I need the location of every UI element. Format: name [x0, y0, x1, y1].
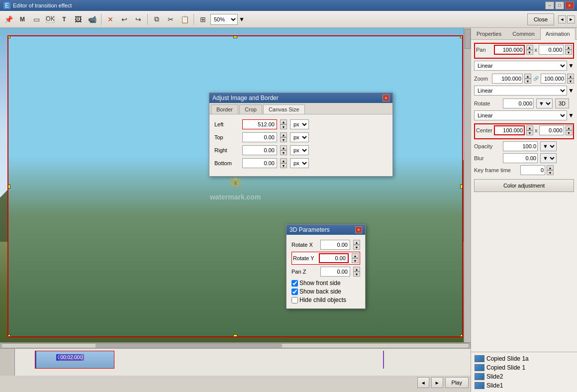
handle-bl[interactable] — [7, 334, 10, 337]
left-spin-down[interactable]: ▼ — [280, 124, 287, 129]
pan-y-spin[interactable]: ▲ ▼ — [565, 45, 572, 55]
mask-btn[interactable]: M — [16, 13, 29, 26]
ok-btn[interactable]: OK — [44, 13, 57, 26]
keyframe-down[interactable]: ▼ — [547, 170, 554, 175]
video-btn[interactable]: 📹 — [86, 13, 98, 26]
handle-bc[interactable] — [233, 334, 237, 337]
pan-linear-select[interactable]: Linear Ease In Ease Out — [474, 61, 567, 71]
pan-x-down[interactable]: ▼ — [526, 50, 533, 55]
slide-item-2[interactable]: Slide2 — [473, 372, 575, 381]
center-y-spin[interactable]: ▲ ▼ — [566, 125, 573, 135]
zoom-y-down[interactable]: ▼ — [567, 79, 574, 84]
zoom-x-down[interactable]: ▼ — [524, 79, 531, 84]
zoom-linear-select[interactable]: Linear — [474, 86, 567, 96]
right-input[interactable] — [242, 145, 277, 155]
hide-check-label[interactable]: Hide child objects — [291, 296, 360, 303]
rotate-linear-select[interactable]: Linear — [474, 110, 567, 120]
undo-btn[interactable]: ↩ — [118, 13, 131, 26]
tab-common[interactable]: Common — [507, 28, 540, 39]
timeline-scrollbar[interactable] — [0, 343, 471, 349]
right-spin[interactable]: ▲ ▼ — [280, 145, 287, 155]
text-btn[interactable]: T — [58, 13, 71, 26]
pan-z-down[interactable]: ▼ — [353, 272, 360, 277]
crop-tab[interactable]: Crop — [239, 104, 262, 114]
keyframe-up[interactable]: ▲ — [547, 165, 554, 170]
pan-z-up[interactable]: ▲ — [353, 267, 360, 272]
left-unit[interactable]: px% — [290, 119, 309, 129]
scrollbar-thumb-v[interactable] — [465, 29, 471, 49]
rect-btn[interactable]: ▭ — [30, 13, 43, 26]
scroll-track[interactable] — [1, 343, 469, 348]
center-y-input[interactable] — [539, 125, 564, 135]
canvas-size-tab[interactable]: Canvas Size — [263, 104, 305, 114]
prev-btn[interactable]: ◄ — [417, 377, 429, 388]
nav-left-btn[interactable]: ◄ — [558, 15, 566, 23]
pan-z-input[interactable] — [320, 267, 350, 277]
playhead[interactable] — [35, 351, 36, 368]
handle-tc[interactable] — [233, 35, 237, 38]
keyframe-spin[interactable]: ▲ ▼ — [547, 165, 554, 175]
bottom-unit[interactable]: px% — [290, 158, 309, 168]
rotate-x-up[interactable]: ▲ — [353, 240, 360, 245]
canvas-area[interactable]: 🔒watermark.com 00:00.000 — [0, 28, 471, 392]
rotate-x-down[interactable]: ▼ — [353, 245, 360, 250]
adjust-dialog-close[interactable]: × — [383, 95, 389, 101]
center-y-down[interactable]: ▼ — [566, 130, 573, 135]
next-btn[interactable]: ► — [431, 377, 443, 388]
handle-tr[interactable] — [460, 35, 463, 38]
nav-right-btn[interactable]: ► — [567, 15, 575, 23]
right-spin-up[interactable]: ▲ — [280, 145, 287, 150]
pan-y-input[interactable] — [539, 45, 564, 55]
rotate-y-up[interactable]: ▲ — [352, 253, 359, 258]
center-y-up[interactable]: ▲ — [566, 125, 573, 130]
back-checkbox[interactable] — [291, 289, 298, 295]
keyframe-input[interactable] — [520, 165, 545, 175]
minimize-btn[interactable]: – — [545, 1, 554, 9]
vertical-scrollbar[interactable] — [464, 28, 471, 342]
bottom-spin-up[interactable]: ▲ — [280, 158, 287, 163]
tab-animation[interactable]: Animation — [540, 28, 576, 40]
blur-input[interactable] — [503, 153, 538, 163]
zoom-control[interactable]: 25% 50% 75% 100% ▼ — [210, 14, 245, 25]
close-editor-btn[interactable]: Close — [527, 13, 554, 25]
delete-btn[interactable]: ✕ — [104, 13, 117, 26]
end-marker[interactable] — [383, 351, 384, 369]
paste-btn[interactable]: 📋 — [178, 13, 191, 26]
timeline-tracks[interactable]: 00:00.000 00:02.000 — [15, 349, 471, 376]
bottom-spin[interactable]: ▲ ▼ — [280, 158, 287, 168]
window-controls[interactable]: – □ × — [545, 1, 574, 9]
right-unit[interactable]: px% — [290, 145, 309, 155]
handle-tl[interactable] — [7, 35, 10, 38]
front-check-label[interactable]: Show front side — [291, 280, 360, 287]
top-spin-up[interactable]: ▲ — [280, 132, 287, 137]
pan-x-up[interactable]: ▲ — [526, 45, 533, 50]
window-close-btn[interactable]: × — [565, 1, 574, 9]
zoom-y-spin[interactable]: ▲ ▼ — [567, 74, 574, 84]
bottom-input[interactable] — [242, 158, 277, 168]
slide-item-1[interactable]: Copied Slide 1 — [473, 363, 575, 372]
top-spin[interactable]: ▲ ▼ — [280, 132, 287, 142]
left-input[interactable]: 512.00 — [242, 119, 277, 129]
pan-y-down[interactable]: ▼ — [565, 50, 572, 55]
play-btn[interactable]: Play — [445, 377, 469, 388]
rotate-x-spin[interactable]: ▲ ▼ — [353, 240, 360, 250]
left-spin-up[interactable]: ▲ — [280, 119, 287, 124]
rotate-x-input[interactable] — [320, 240, 350, 250]
pan-x-input[interactable] — [494, 45, 525, 55]
zoom-y-input[interactable] — [541, 74, 566, 84]
right-spin-down[interactable]: ▼ — [280, 150, 287, 155]
zoom-x-input[interactable] — [492, 74, 523, 84]
zoom-y-up[interactable]: ▲ — [567, 74, 574, 79]
opacity-input[interactable] — [503, 141, 538, 151]
left-spin[interactable]: ▲ ▼ — [280, 119, 287, 129]
color-adjust-btn[interactable]: Color adjustment — [474, 179, 574, 192]
opacity-select[interactable]: ▼ — [540, 141, 557, 151]
params-dialog-close[interactable]: × — [355, 226, 362, 233]
back-check-label[interactable]: Show back side — [291, 288, 360, 295]
snap-btn[interactable]: 📌 — [2, 13, 15, 26]
zoom-select[interactable]: 25% 50% 75% 100% — [210, 14, 238, 25]
top-input[interactable] — [242, 132, 277, 142]
center-x-down[interactable]: ▼ — [526, 130, 533, 135]
timeline-block[interactable]: 00:00.000 00:02.000 — [35, 351, 114, 369]
blur-select[interactable]: ▼ — [540, 153, 557, 163]
